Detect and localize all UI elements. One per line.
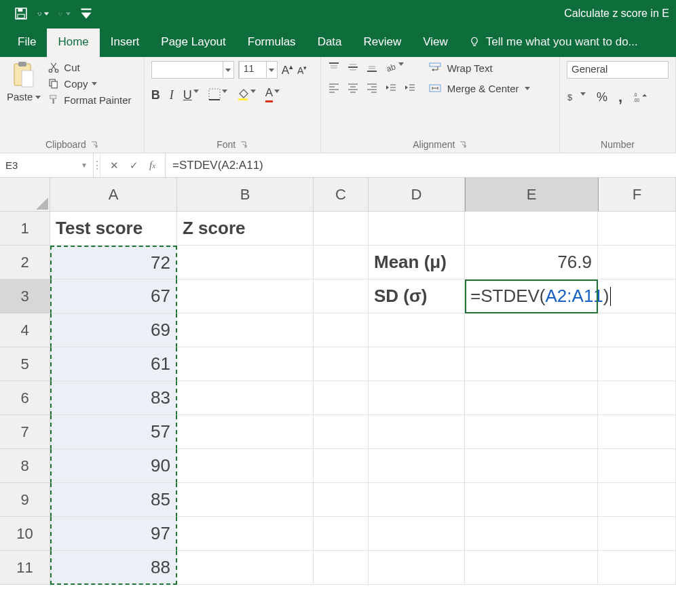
cell-E8[interactable] bbox=[465, 449, 598, 483]
col-header-B[interactable]: B bbox=[177, 178, 314, 212]
cell-F4[interactable] bbox=[598, 313, 676, 347]
cell-C8[interactable] bbox=[314, 449, 369, 483]
cell-A5[interactable]: 61 bbox=[50, 347, 177, 381]
col-header-D[interactable]: D bbox=[369, 178, 465, 212]
cell-F1[interactable] bbox=[598, 212, 676, 246]
cell-B5[interactable] bbox=[177, 347, 314, 381]
cell-B7[interactable] bbox=[177, 415, 314, 449]
cell-D2[interactable]: Mean (μ) bbox=[369, 246, 465, 280]
cell-E11[interactable] bbox=[465, 551, 598, 585]
redo-icon[interactable] bbox=[58, 7, 71, 20]
align-right-button[interactable] bbox=[366, 81, 378, 94]
formula-input[interactable]: =STDEV(A2:A11) bbox=[166, 153, 676, 177]
align-top-button[interactable] bbox=[328, 61, 340, 73]
cell-C9[interactable] bbox=[314, 483, 369, 517]
alignment-dialog-launcher[interactable] bbox=[459, 140, 467, 149]
row-header-9[interactable]: 9 bbox=[0, 483, 50, 517]
tab-page-layout[interactable]: Page Layout bbox=[150, 28, 236, 57]
cell-C11[interactable] bbox=[314, 551, 369, 585]
cell-F2[interactable] bbox=[598, 246, 676, 280]
cell-D3[interactable]: SD (σ) bbox=[369, 280, 465, 313]
undo-icon[interactable] bbox=[37, 7, 49, 20]
cell-A9[interactable]: 85 bbox=[50, 483, 177, 517]
col-header-C[interactable]: C bbox=[314, 178, 369, 212]
cell-F5[interactable] bbox=[598, 347, 676, 381]
cell-F7[interactable] bbox=[598, 415, 676, 449]
cell-A10[interactable]: 97 bbox=[50, 517, 177, 551]
align-middle-button[interactable] bbox=[347, 61, 359, 73]
copy-button[interactable]: Copy bbox=[48, 77, 131, 90]
cell-A8[interactable]: 90 bbox=[50, 449, 177, 483]
wrap-text-button[interactable]: Wrap Text bbox=[428, 61, 530, 75]
tab-review[interactable]: Review bbox=[353, 28, 413, 57]
tab-insert[interactable]: Insert bbox=[100, 28, 151, 57]
row-header-11[interactable]: 11 bbox=[0, 551, 50, 585]
cell-D5[interactable] bbox=[369, 347, 465, 381]
tab-home[interactable]: Home bbox=[47, 28, 99, 57]
align-left-button[interactable] bbox=[328, 81, 340, 94]
cell-B6[interactable] bbox=[177, 381, 314, 415]
row-header-7[interactable]: 7 bbox=[0, 415, 50, 449]
col-header-E[interactable]: E bbox=[465, 178, 598, 212]
paste-button[interactable]: Paste bbox=[7, 61, 41, 102]
row-header-6[interactable]: 6 bbox=[0, 381, 50, 415]
cell-A3[interactable]: 67 bbox=[50, 280, 177, 313]
font-name-combo[interactable] bbox=[151, 61, 234, 79]
orientation-button[interactable]: ab bbox=[385, 61, 404, 73]
cell-C4[interactable] bbox=[314, 313, 369, 347]
cell-F9[interactable] bbox=[598, 483, 676, 517]
tab-view[interactable]: View bbox=[412, 28, 459, 57]
cell-B8[interactable] bbox=[177, 449, 314, 483]
cell-D9[interactable] bbox=[369, 483, 465, 517]
number-format-combo[interactable]: General bbox=[567, 61, 669, 79]
row-header-2[interactable]: 2 bbox=[0, 246, 50, 280]
borders-button[interactable] bbox=[208, 88, 227, 102]
cell-D6[interactable] bbox=[369, 381, 465, 415]
increase-font-size-button[interactable]: A▴ bbox=[282, 62, 293, 77]
cell-F10[interactable] bbox=[598, 517, 676, 551]
row-header-5[interactable]: 5 bbox=[0, 347, 50, 381]
tab-data[interactable]: Data bbox=[307, 28, 353, 57]
insert-function-button[interactable]: fx bbox=[149, 159, 155, 171]
cell-E10[interactable] bbox=[465, 517, 598, 551]
align-center-button[interactable] bbox=[347, 81, 359, 94]
cell-A1[interactable]: Test score bbox=[50, 212, 177, 246]
bold-button[interactable]: B bbox=[151, 88, 160, 102]
col-header-A[interactable]: A bbox=[50, 178, 177, 212]
cell-D1[interactable] bbox=[369, 212, 465, 246]
cell-C3[interactable] bbox=[314, 280, 369, 313]
accounting-format-button[interactable]: $ bbox=[567, 91, 586, 103]
row-header-4[interactable]: 4 bbox=[0, 313, 50, 347]
cell-A6[interactable]: 83 bbox=[50, 381, 177, 415]
cell-B10[interactable] bbox=[177, 517, 314, 551]
cell-C1[interactable] bbox=[314, 212, 369, 246]
clipboard-dialog-launcher[interactable] bbox=[90, 140, 98, 149]
enter-formula-button[interactable]: ✓ bbox=[130, 159, 138, 172]
cell-B1[interactable]: Z score bbox=[177, 212, 314, 246]
cell-D11[interactable] bbox=[369, 551, 465, 585]
cell-F11[interactable] bbox=[598, 551, 676, 585]
fill-color-button[interactable] bbox=[237, 88, 256, 102]
percent-format-button[interactable]: % bbox=[597, 90, 607, 104]
qat-customize-icon[interactable] bbox=[80, 7, 92, 20]
spreadsheet-grid[interactable]: A B C D E F 1 Test score Z score 2 72 Me… bbox=[0, 178, 676, 585]
merge-center-button[interactable]: Merge & Center bbox=[428, 81, 530, 95]
cell-E6[interactable] bbox=[465, 381, 598, 415]
font-color-button[interactable]: A bbox=[265, 88, 280, 102]
save-icon[interactable] bbox=[15, 7, 27, 20]
cell-E2[interactable]: 76.9 bbox=[465, 246, 598, 280]
align-bottom-button[interactable] bbox=[366, 61, 378, 73]
cell-D7[interactable] bbox=[369, 415, 465, 449]
tab-file[interactable]: File bbox=[7, 28, 47, 57]
cell-E9[interactable] bbox=[465, 483, 598, 517]
cell-D10[interactable] bbox=[369, 517, 465, 551]
comma-format-button[interactable]: , bbox=[618, 88, 622, 106]
cell-C2[interactable] bbox=[314, 246, 369, 280]
underline-button[interactable]: U bbox=[183, 88, 199, 102]
font-size-combo[interactable]: 11 bbox=[238, 61, 278, 79]
increase-indent-button[interactable] bbox=[404, 81, 416, 94]
cut-button[interactable]: Cut bbox=[48, 61, 131, 73]
name-box[interactable]: E3 ▼ bbox=[0, 153, 94, 177]
row-header-10[interactable]: 10 bbox=[0, 517, 50, 551]
font-dialog-launcher[interactable] bbox=[240, 140, 248, 149]
